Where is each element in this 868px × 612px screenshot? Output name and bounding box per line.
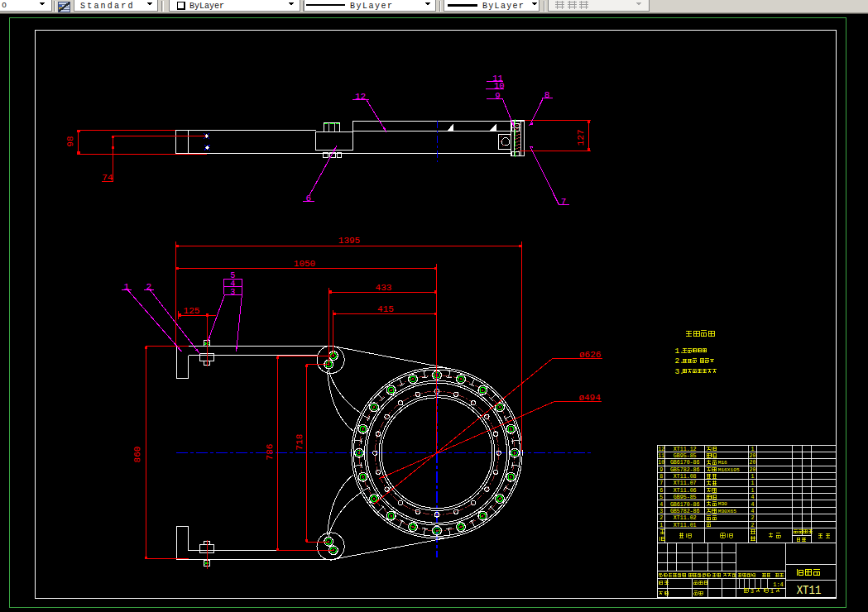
svg-text:20: 20	[750, 467, 756, 473]
svg-text:ByLayer: ByLayer	[482, 2, 525, 11]
svg-text:7: 7	[659, 481, 663, 486]
svg-text:4: 4	[659, 502, 663, 508]
svg-text:786: 786	[265, 444, 275, 461]
svg-text:9: 9	[659, 467, 663, 473]
svg-text:1: 1	[751, 447, 755, 452]
svg-text:XT11.01: XT11.01	[674, 523, 697, 528]
svg-text:1.: 1.	[674, 347, 683, 356]
svg-text:1:4: 1:4	[773, 581, 784, 588]
svg-text:4: 4	[751, 502, 755, 508]
svg-text:M30X65: M30X65	[718, 509, 737, 514]
svg-text:2.: 2.	[674, 356, 683, 366]
svg-text:4: 4	[751, 509, 755, 514]
svg-text:ø494: ø494	[578, 393, 601, 403]
svg-text:1: 1	[659, 523, 663, 528]
svg-text:1: 1	[770, 589, 774, 595]
svg-text:3: 3	[659, 509, 663, 514]
svg-text:4: 4	[751, 495, 755, 500]
svg-text:125: 125	[184, 306, 200, 316]
svg-text:12: 12	[658, 447, 664, 452]
svg-text:127: 127	[576, 129, 586, 146]
svg-text:5: 5	[659, 495, 663, 500]
svg-text:98: 98	[65, 136, 75, 146]
svg-text:433: 433	[376, 283, 392, 293]
svg-text:8: 8	[659, 474, 663, 480]
svg-text:XT11: XT11	[797, 582, 822, 597]
svg-text:1: 1	[751, 481, 755, 486]
svg-text:GB6170-86: GB6170-86	[670, 460, 700, 466]
svg-text:GB6170-86: GB6170-86	[670, 502, 700, 508]
svg-text:11: 11	[658, 453, 664, 459]
svg-text:XT11.06: XT11.06	[674, 488, 697, 494]
svg-text:1050: 1050	[294, 259, 315, 269]
svg-text:20: 20	[750, 453, 756, 459]
svg-text:1395: 1395	[338, 236, 360, 246]
svg-text:GB5782-86: GB5782-86	[670, 467, 700, 473]
svg-text:2: 2	[659, 515, 663, 521]
svg-text:Standard: Standard	[80, 2, 135, 11]
svg-text:10: 10	[658, 460, 664, 466]
svg-text:1: 1	[751, 474, 755, 480]
svg-text:XT11.07: XT11.07	[674, 481, 697, 486]
svg-text:M30: M30	[718, 501, 727, 507]
svg-text:GB95-85: GB95-85	[674, 495, 697, 500]
svg-text:XT11.12: XT11.12	[674, 447, 697, 452]
svg-text:ø626: ø626	[579, 350, 601, 360]
svg-text:ByLayer: ByLayer	[350, 2, 394, 11]
svg-text:2: 2	[751, 523, 755, 528]
svg-text:10: 10	[494, 81, 505, 91]
svg-text:3: 3	[230, 288, 235, 297]
svg-text:GB95-85: GB95-85	[674, 453, 697, 459]
svg-text:GB5782-86: GB5782-86	[670, 509, 700, 514]
svg-text:6: 6	[659, 488, 663, 494]
svg-text:1: 1	[751, 488, 755, 494]
svg-text:M16: M16	[718, 460, 727, 466]
svg-text:718: 718	[295, 434, 305, 451]
svg-text:860: 860	[132, 447, 142, 463]
svg-text:o: o	[2, 1, 7, 10]
svg-text:415: 415	[377, 304, 394, 314]
svg-text:3: 3	[751, 589, 754, 595]
svg-text:2: 2	[751, 515, 755, 521]
svg-text:M16X105: M16X105	[718, 467, 740, 473]
svg-text:XT11.02: XT11.02	[674, 515, 697, 521]
svg-text:ByLayer: ByLayer	[189, 2, 224, 11]
svg-text:XT11.08: XT11.08	[674, 474, 697, 480]
svg-text:20: 20	[750, 460, 756, 466]
